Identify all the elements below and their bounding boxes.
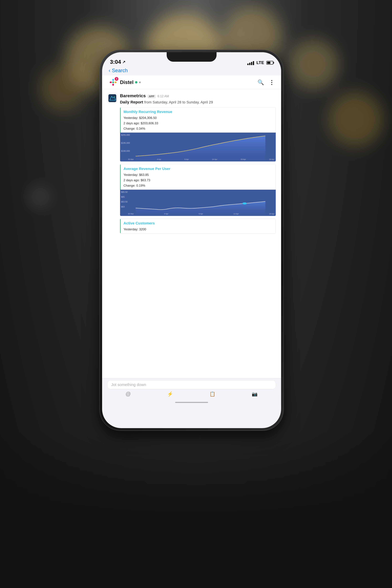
mrr-x-label-5: 19 Apr xyxy=(240,158,246,160)
baremetrics-logo-icon xyxy=(108,94,116,102)
arpu-x-label-4: 14 Apr xyxy=(233,213,238,215)
bot-avatar xyxy=(107,93,117,103)
back-nav-label[interactable]: Search xyxy=(112,68,128,73)
channel-header: 3 Distel ▾ 🔍 ⋮ xyxy=(102,76,281,89)
svg-point-6 xyxy=(114,96,115,98)
status-right: LTE xyxy=(248,60,273,65)
signal-icon xyxy=(248,60,254,65)
bot-name: Baremetrics xyxy=(120,93,146,98)
slack-logo: 3 xyxy=(109,78,118,87)
status-time: 3:04 ↗ xyxy=(110,59,125,65)
arpu-x-label-3: 9 Apr xyxy=(199,213,203,215)
svg-rect-4 xyxy=(112,84,114,86)
mrr-two-days-value: $203,606.33 xyxy=(141,122,158,125)
network-type: LTE xyxy=(256,60,264,65)
attachment-icon[interactable]: 📋 xyxy=(210,391,215,397)
notification-badge: 3 xyxy=(115,77,118,81)
svg-rect-1 xyxy=(112,79,114,81)
mrr-x-label-3: 9 Apr xyxy=(184,158,189,160)
channel-dropdown-icon[interactable]: ▾ xyxy=(139,80,141,84)
active-customers-yesterday-label: Yesterday: xyxy=(124,228,138,231)
mrr-card-header: Monthly Recurring Revenue Yesterday: $20… xyxy=(120,107,276,132)
input-placeholder: Jot something down xyxy=(111,382,146,387)
svg-rect-5 xyxy=(108,94,116,102)
svg-rect-3 xyxy=(114,82,116,83)
channel-left: 3 Distel ▾ xyxy=(109,78,141,87)
mrr-two-days: 2 days ago: $203,606.33 xyxy=(124,120,273,126)
arpu-yesterday-label: Yesterday: xyxy=(124,173,138,176)
home-bar xyxy=(175,402,208,403)
active-customers-header: Active Customers Yesterday: 3200 xyxy=(120,219,276,233)
svg-rect-0 xyxy=(110,82,112,83)
mention-icon[interactable]: @ xyxy=(126,391,131,397)
mrr-change: Change: 0.34% xyxy=(124,126,273,132)
message-input[interactable]: Jot something down xyxy=(107,380,276,389)
daily-report-range: from Saturday, April 28 to Sunday, April… xyxy=(144,100,213,104)
message-content: Baremetrics APP 6:12 AM Daily Report fro… xyxy=(102,89,281,378)
svg-rect-2 xyxy=(112,82,114,83)
mrr-two-days-label: 2 days ago: xyxy=(124,122,140,125)
mrr-x-label-6: 24 Apr xyxy=(269,158,274,160)
arpu-x-label-2: 4 Apr xyxy=(164,213,168,215)
svg-point-7 xyxy=(242,202,247,204)
arpu-two-days: 2 days ago: $63.73 xyxy=(124,178,273,183)
phone-notch xyxy=(167,52,216,62)
channel-name[interactable]: Distel xyxy=(120,80,134,85)
bot-message-time: 6:12 AM xyxy=(158,94,169,98)
home-indicator xyxy=(102,398,281,406)
message-area: Baremetrics APP 6:12 AM Daily Report fro… xyxy=(102,89,281,378)
active-customers-title: Active Customers xyxy=(124,221,273,225)
input-bar: Jot something down @ ⚡ 📋 📷 xyxy=(102,378,281,398)
mrr-x-label-2: 4 Apr xyxy=(157,158,161,160)
arpu-metric-card: Average Revenue Per User Yesterday: $63.… xyxy=(120,164,276,216)
mrr-yesterday-label: Yesterday: xyxy=(124,116,138,120)
arpu-chart: $65.50 $65 $63.50 $63 xyxy=(120,190,276,216)
arpu-chart-svg xyxy=(120,190,276,216)
mrr-x-label-4: 14 Apr xyxy=(212,158,217,160)
slash-command-icon[interactable]: ⚡ xyxy=(167,391,173,397)
location-icon: ↗ xyxy=(122,60,125,64)
arpu-two-days-value: $63.73 xyxy=(141,178,150,182)
mrr-chart: $205,000 $195,000 $190,000 xyxy=(120,132,276,162)
bot-message-header: Baremetrics APP 6:12 AM xyxy=(120,93,276,98)
arpu-x-label-1: 30 Mar xyxy=(128,213,134,215)
mrr-change-label: Change: xyxy=(124,127,136,130)
mrr-title: Monthly Recurring Revenue xyxy=(124,110,273,114)
clock-time: 3:04 xyxy=(110,59,121,65)
mrr-chart-svg xyxy=(120,132,276,162)
active-customers-yesterday: Yesterday: 3200 xyxy=(124,227,273,232)
more-options-icon[interactable]: ⋮ xyxy=(269,79,274,86)
arpu-change-label: Change: xyxy=(124,184,136,187)
channel-right: 🔍 ⋮ xyxy=(258,79,274,86)
bot-message: Baremetrics APP 6:12 AM Daily Report fro… xyxy=(107,93,276,234)
arpu-change: Change: 0.19% xyxy=(124,183,273,188)
input-toolbar: @ ⚡ 📋 📷 xyxy=(107,391,276,397)
daily-report-label: Daily Report xyxy=(120,100,143,104)
app-badge: APP xyxy=(148,95,156,98)
mrr-metric-card: Monthly Recurring Revenue Yesterday: $20… xyxy=(120,107,276,162)
bot-message-subtitle: Daily Report from Saturday, April 28 to … xyxy=(120,99,276,105)
arpu-title: Average Revenue Per User xyxy=(124,167,273,171)
bot-message-content: Baremetrics APP 6:12 AM Daily Report fro… xyxy=(120,93,276,234)
mrr-yesterday: Yesterday: $204,306.50 xyxy=(124,115,273,120)
phone-device: 3:04 ↗ LTE xyxy=(100,50,284,430)
arpu-x-label-5: 19 Apr xyxy=(269,213,274,215)
arpu-yesterday: Yesterday: $63.85 xyxy=(124,172,273,178)
arpu-card-header: Average Revenue Per User Yesterday: $63.… xyxy=(120,164,276,190)
camera-icon[interactable]: 📷 xyxy=(252,391,258,397)
online-status-dot xyxy=(135,81,138,84)
battery-icon xyxy=(266,61,273,64)
search-icon[interactable]: 🔍 xyxy=(258,79,264,86)
active-customers-yesterday-value: 3200 xyxy=(139,228,146,231)
active-customers-card: Active Customers Yesterday: 3200 xyxy=(120,219,276,234)
mrr-yesterday-value: $204,306.50 xyxy=(139,116,156,120)
back-nav[interactable]: ‹ Search xyxy=(102,67,281,76)
arpu-yesterday-value: $63.85 xyxy=(139,173,149,176)
mrr-x-label-1: 30 Mar xyxy=(128,158,134,160)
back-arrow-icon[interactable]: ‹ xyxy=(109,68,110,73)
arpu-change-value: 0.19% xyxy=(136,184,145,187)
mrr-change-value: 0.34% xyxy=(136,127,145,130)
arpu-two-days-label: 2 days ago: xyxy=(124,178,140,182)
